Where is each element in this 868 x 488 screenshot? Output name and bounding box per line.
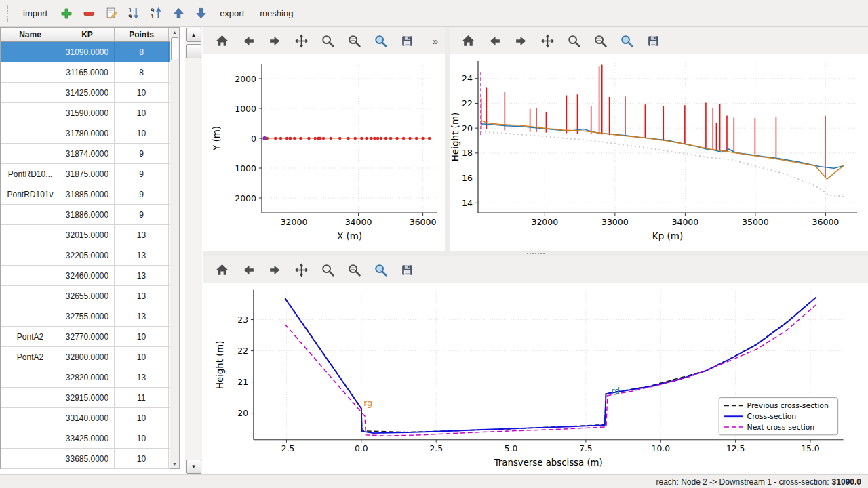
- cell-kp: 31886.0000: [60, 205, 115, 224]
- edit-cross-section-button[interactable]: [102, 4, 121, 23]
- subplots-button[interactable]: [344, 260, 364, 280]
- cross-section-list-panel: Name KP Points 31090.0000831165.00008314…: [0, 27, 203, 474]
- table-row[interactable]: 31590.000010: [1, 103, 170, 123]
- cell-kp: 33685.0000: [60, 449, 115, 468]
- sort-ascending-icon: [127, 7, 140, 20]
- cell-kp: 33425.0000: [60, 428, 115, 448]
- subplots-button[interactable]: [344, 30, 364, 51]
- table-row[interactable]: 32820.000013: [1, 367, 170, 388]
- table-row[interactable]: 33685.000010: [1, 449, 170, 469]
- table-row[interactable]: 31090.00008: [1, 42, 170, 62]
- cell-points: 9: [115, 144, 169, 163]
- move-up-button[interactable]: [169, 4, 188, 23]
- panel-scrollbar-thumb[interactable]: [186, 44, 201, 58]
- panel-scroll-up-button[interactable]: ▲: [186, 28, 201, 42]
- cell-points: 11: [115, 388, 169, 407]
- forward-button[interactable]: [511, 30, 531, 51]
- svg-text:35000: 35000: [742, 217, 769, 227]
- back-button[interactable]: [484, 30, 505, 51]
- pan-button[interactable]: [291, 30, 311, 51]
- table-row[interactable]: 31165.00008: [1, 62, 170, 83]
- scrollbar-up-arrow[interactable]: ▲: [170, 28, 179, 37]
- longitudinal-profile-plot[interactable]: 3200033000340003500036000141618202224Kp …: [450, 54, 868, 251]
- table-scrollbar[interactable]: ▲ ▼: [170, 27, 180, 469]
- forward-icon: [268, 263, 282, 277]
- table-row[interactable]: 31425.000010: [1, 83, 170, 103]
- save-button[interactable]: [643, 30, 663, 51]
- back-button[interactable]: [238, 260, 258, 280]
- pan-button[interactable]: [291, 260, 311, 280]
- pan-button[interactable]: [537, 30, 557, 51]
- back-icon: [241, 263, 256, 277]
- cell-name: [1, 428, 60, 448]
- menu-import[interactable]: import: [17, 5, 54, 22]
- vertical-splitter[interactable]: [445, 27, 450, 251]
- cell-points: 13: [115, 225, 169, 245]
- zoom-button[interactable]: [564, 30, 584, 51]
- table-row[interactable]: 31780.000010: [1, 123, 170, 144]
- table-row[interactable]: PontA232770.000010: [1, 327, 170, 347]
- home-button[interactable]: [212, 260, 232, 280]
- zoom-button[interactable]: [317, 30, 338, 51]
- add-cross-section-button[interactable]: [57, 4, 76, 23]
- save-button[interactable]: [397, 30, 417, 51]
- table-row[interactable]: 32015.000013: [1, 225, 170, 245]
- table-scrollbar-thumb[interactable]: [171, 37, 178, 60]
- cell-name: [1, 225, 60, 245]
- cell-points: 13: [115, 306, 169, 326]
- forward-button[interactable]: [264, 30, 285, 51]
- table-row[interactable]: 33140.000010: [1, 408, 170, 428]
- customize-button[interactable]: [616, 30, 637, 51]
- save-button[interactable]: [397, 260, 417, 280]
- cross-section-plot[interactable]: -2.50.02.55.07.510.012.515.020212223rgrd…: [203, 283, 868, 474]
- svg-text:5.0: 5.0: [505, 444, 518, 453]
- table-row[interactable]: PontRD101v31885.00009: [1, 184, 170, 205]
- table-row[interactable]: 31874.00009: [1, 144, 170, 164]
- table-row[interactable]: PontA232800.000010: [1, 347, 170, 367]
- panel-scrollbar[interactable]: ▲ ▼: [185, 27, 202, 474]
- subplots-icon: [593, 34, 608, 48]
- panel-scroll-down-button[interactable]: ▼: [186, 460, 201, 474]
- table-row[interactable]: 31886.00009: [1, 205, 170, 225]
- toolbar-grip[interactable]: [7, 5, 11, 22]
- svg-text:33000: 33000: [601, 217, 629, 227]
- cell-kp: 31885.0000: [60, 184, 115, 204]
- sort-ascending-button[interactable]: [124, 4, 143, 23]
- table-row[interactable]: 32460.000013: [1, 266, 170, 286]
- cell-points: 13: [115, 286, 169, 306]
- back-icon: [488, 34, 502, 48]
- table-row[interactable]: 32755.000013: [1, 306, 170, 327]
- cell-name: [1, 83, 60, 102]
- customize-button[interactable]: [370, 260, 391, 280]
- cell-name: [1, 62, 60, 82]
- back-button[interactable]: [238, 30, 258, 51]
- move-down-button[interactable]: [191, 4, 210, 23]
- cell-name: PontRD101v: [1, 184, 60, 204]
- subplots-button[interactable]: [590, 30, 610, 51]
- table-row[interactable]: 32655.000013: [1, 286, 170, 306]
- column-header-kp[interactable]: KP: [60, 28, 115, 41]
- plan-view-plot[interactable]: 320003400036000-2000-1000010002000X (m)Y…: [203, 54, 445, 251]
- cell-kp: 31780.0000: [60, 123, 115, 143]
- scrollbar-down-arrow[interactable]: ▼: [170, 460, 179, 468]
- svg-text:14: 14: [462, 198, 473, 208]
- home-button[interactable]: [212, 30, 232, 51]
- menu-export[interactable]: export: [214, 5, 250, 22]
- horizontal-splitter[interactable]: [203, 251, 868, 256]
- home-button[interactable]: [458, 30, 478, 51]
- remove-cross-section-button[interactable]: [79, 4, 98, 23]
- customize-button[interactable]: [370, 30, 391, 51]
- sort-descending-button[interactable]: [146, 4, 165, 23]
- column-header-name[interactable]: Name: [1, 28, 60, 41]
- menu-meshing[interactable]: meshing: [254, 5, 299, 22]
- edit-icon: [105, 7, 118, 20]
- forward-button[interactable]: [264, 260, 285, 280]
- table-row[interactable]: 32205.000013: [1, 245, 170, 266]
- svg-text:-1000: -1000: [232, 163, 256, 174]
- zoom-button[interactable]: [317, 260, 338, 280]
- table-row[interactable]: PontRD10...31875.00009: [1, 164, 170, 184]
- table-row[interactable]: 32915.000011: [1, 388, 170, 408]
- column-header-points[interactable]: Points: [115, 28, 169, 41]
- table-row[interactable]: 33425.000010: [1, 428, 170, 449]
- toolbar-overflow-button[interactable]: »: [429, 34, 442, 48]
